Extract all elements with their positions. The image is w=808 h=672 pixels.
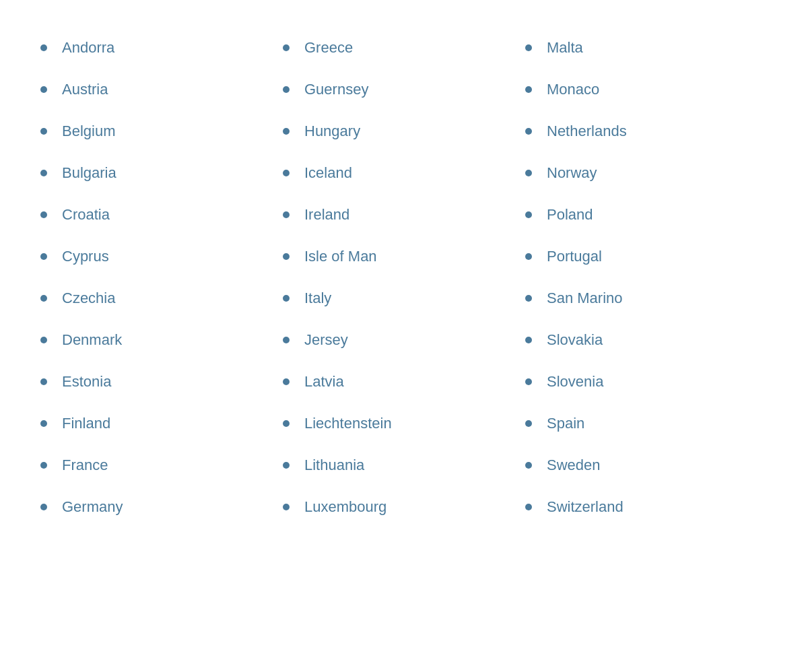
bullet-icon xyxy=(40,504,47,510)
list-item: Belgium xyxy=(40,110,283,152)
country-name: Estonia xyxy=(62,373,111,391)
bullet-icon xyxy=(525,253,532,260)
list-item: Denmark xyxy=(40,319,283,361)
list-item: Lithuania xyxy=(283,444,525,486)
bullet-icon xyxy=(283,504,290,510)
bullet-icon xyxy=(40,337,47,343)
country-name: Slovakia xyxy=(547,331,603,349)
bullet-icon xyxy=(283,128,290,135)
country-name: Austria xyxy=(62,81,108,98)
list-item: Austria xyxy=(40,69,283,110)
bullet-icon xyxy=(525,420,532,427)
country-name: Jersey xyxy=(304,331,348,349)
country-name: Netherlands xyxy=(547,123,627,140)
country-name: Denmark xyxy=(62,331,122,349)
bullet-icon xyxy=(40,44,47,51)
country-name: Finland xyxy=(62,415,110,432)
bullet-icon xyxy=(525,462,532,469)
list-item: Ireland xyxy=(283,194,525,236)
bullet-icon xyxy=(283,86,290,93)
bullet-icon xyxy=(283,420,290,427)
country-name: France xyxy=(62,457,108,474)
list-item: Netherlands xyxy=(525,110,768,152)
country-name: Belgium xyxy=(62,123,115,140)
bullet-icon xyxy=(40,378,47,385)
bullet-icon xyxy=(40,86,47,93)
column-3: MaltaMonacoNetherlandsNorwayPolandPortug… xyxy=(525,27,768,528)
country-name: Guernsey xyxy=(304,81,368,98)
list-item: Jersey xyxy=(283,319,525,361)
list-item: Guernsey xyxy=(283,69,525,110)
bullet-icon xyxy=(283,462,290,469)
bullet-icon xyxy=(40,295,47,302)
country-name: Greece xyxy=(304,39,353,57)
bullet-icon xyxy=(525,295,532,302)
list-item: Poland xyxy=(525,194,768,236)
list-item: Sweden xyxy=(525,444,768,486)
country-name: Iceland xyxy=(304,164,352,182)
list-item: Estonia xyxy=(40,361,283,403)
bullet-icon xyxy=(525,504,532,510)
country-name: San Marino xyxy=(547,290,623,307)
list-item: Latvia xyxy=(283,361,525,403)
bullet-icon xyxy=(40,211,47,218)
list-item: Norway xyxy=(525,152,768,194)
list-item: Spain xyxy=(525,403,768,444)
country-name: Monaco xyxy=(547,81,599,98)
bullet-icon xyxy=(40,420,47,427)
country-name: Luxembourg xyxy=(304,498,386,516)
country-name: Ireland xyxy=(304,206,349,224)
bullet-icon xyxy=(283,378,290,385)
list-item: Czechia xyxy=(40,277,283,319)
list-item: Italy xyxy=(283,277,525,319)
country-name: Portugal xyxy=(547,248,602,265)
list-item: Liechtenstein xyxy=(283,403,525,444)
bullet-icon xyxy=(525,128,532,135)
bullet-icon xyxy=(283,253,290,260)
country-name: Isle of Man xyxy=(304,248,377,265)
country-name: Cyprus xyxy=(62,248,109,265)
bullet-icon xyxy=(283,170,290,176)
list-item: Slovakia xyxy=(525,319,768,361)
country-name: Norway xyxy=(547,164,597,182)
country-name: Germany xyxy=(62,498,123,516)
country-name: Andorra xyxy=(62,39,114,57)
bullet-icon xyxy=(40,170,47,176)
country-name: Latvia xyxy=(304,373,344,391)
bullet-icon xyxy=(40,462,47,469)
list-item: Luxembourg xyxy=(283,486,525,528)
bullet-icon xyxy=(525,211,532,218)
country-name: Croatia xyxy=(62,206,110,224)
bullet-icon xyxy=(525,44,532,51)
country-name: Sweden xyxy=(547,457,601,474)
list-item: Malta xyxy=(525,27,768,69)
country-name: Slovenia xyxy=(547,373,603,391)
country-name: Hungary xyxy=(304,123,360,140)
list-item: Andorra xyxy=(40,27,283,69)
country-list-container: AndorraAustriaBelgiumBulgariaCroatiaCypr… xyxy=(40,27,768,528)
list-item: Hungary xyxy=(283,110,525,152)
list-item: San Marino xyxy=(525,277,768,319)
list-item: Germany xyxy=(40,486,283,528)
list-item: Cyprus xyxy=(40,236,283,277)
country-name: Liechtenstein xyxy=(304,415,392,432)
bullet-icon xyxy=(283,44,290,51)
column-2: GreeceGuernseyHungaryIcelandIrelandIsle … xyxy=(283,27,525,528)
country-name: Bulgaria xyxy=(62,164,116,182)
list-item: Iceland xyxy=(283,152,525,194)
country-name: Switzerland xyxy=(547,498,624,516)
country-name: Czechia xyxy=(62,290,115,307)
bullet-icon xyxy=(283,211,290,218)
bullet-icon xyxy=(525,86,532,93)
country-name: Malta xyxy=(547,39,583,57)
list-item: Greece xyxy=(283,27,525,69)
bullet-icon xyxy=(525,378,532,385)
column-1: AndorraAustriaBelgiumBulgariaCroatiaCypr… xyxy=(40,27,283,528)
list-item: Bulgaria xyxy=(40,152,283,194)
list-item: Finland xyxy=(40,403,283,444)
bullet-icon xyxy=(283,295,290,302)
country-name: Spain xyxy=(547,415,584,432)
bullet-icon xyxy=(40,253,47,260)
list-item: Slovenia xyxy=(525,361,768,403)
list-item: Switzerland xyxy=(525,486,768,528)
